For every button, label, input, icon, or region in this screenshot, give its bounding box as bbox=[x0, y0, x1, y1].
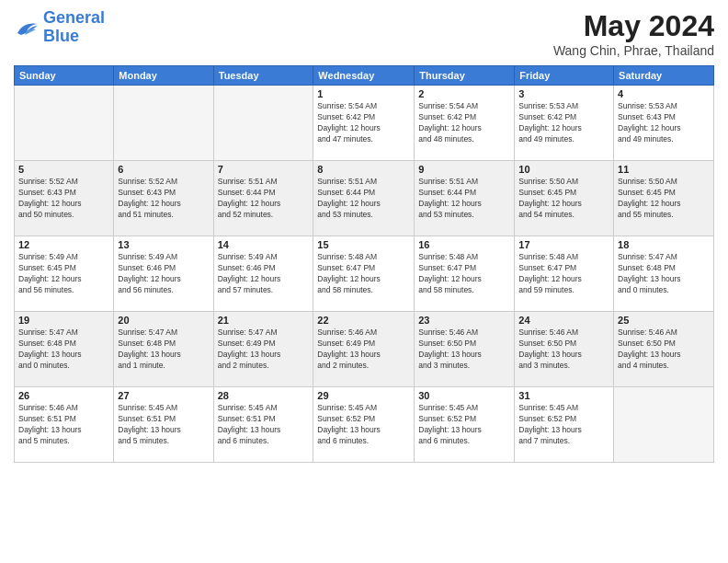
header-saturday: Saturday bbox=[614, 66, 714, 86]
day-number: 24 bbox=[518, 315, 609, 326]
calendar-week-row: 1Sunrise: 5:54 AMSunset: 6:42 PMDaylight… bbox=[15, 86, 714, 161]
calendar-week-row: 19Sunrise: 5:47 AMSunset: 6:48 PMDayligh… bbox=[15, 312, 714, 387]
table-row: 30Sunrise: 5:45 AMSunset: 6:52 PMDayligh… bbox=[415, 387, 515, 463]
logo-text: General Blue bbox=[43, 9, 105, 46]
day-number: 17 bbox=[518, 239, 609, 250]
table-row: 5Sunrise: 5:52 AMSunset: 6:43 PMDaylight… bbox=[15, 161, 114, 236]
header-wednesday: Wednesday bbox=[313, 66, 415, 86]
day-number: 10 bbox=[518, 164, 609, 175]
header-sunday: Sunday bbox=[15, 66, 114, 86]
table-row: 29Sunrise: 5:45 AMSunset: 6:52 PMDayligh… bbox=[313, 387, 415, 463]
table-row: 28Sunrise: 5:45 AMSunset: 6:51 PMDayligh… bbox=[213, 387, 313, 463]
day-info: Sunrise: 5:46 AMSunset: 6:50 PMDaylight:… bbox=[618, 327, 710, 372]
day-number: 1 bbox=[317, 88, 410, 99]
day-info: Sunrise: 5:46 AMSunset: 6:51 PMDaylight:… bbox=[18, 403, 109, 447]
header-friday: Friday bbox=[515, 66, 614, 86]
table-row: 13Sunrise: 5:49 AMSunset: 6:46 PMDayligh… bbox=[114, 236, 213, 312]
day-info: Sunrise: 5:45 AMSunset: 6:52 PMDaylight:… bbox=[317, 403, 410, 447]
day-number: 30 bbox=[418, 390, 510, 401]
calendar-table: Sunday Monday Tuesday Wednesday Thursday… bbox=[14, 65, 714, 463]
table-row: 9Sunrise: 5:51 AMSunset: 6:44 PMDaylight… bbox=[415, 161, 515, 236]
day-number: 31 bbox=[518, 390, 609, 401]
table-row: 17Sunrise: 5:48 AMSunset: 6:47 PMDayligh… bbox=[515, 236, 614, 312]
header-tuesday: Tuesday bbox=[213, 66, 313, 86]
day-number: 18 bbox=[618, 239, 710, 250]
day-number: 22 bbox=[317, 315, 410, 326]
day-number: 19 bbox=[18, 315, 109, 326]
table-row: 23Sunrise: 5:46 AMSunset: 6:50 PMDayligh… bbox=[415, 312, 515, 387]
day-info: Sunrise: 5:45 AMSunset: 6:52 PMDaylight:… bbox=[518, 403, 609, 447]
location: Wang Chin, Phrae, Thailand bbox=[553, 43, 714, 58]
day-number: 26 bbox=[18, 390, 109, 401]
day-number: 15 bbox=[317, 239, 410, 250]
calendar-header-row: Sunday Monday Tuesday Wednesday Thursday… bbox=[15, 66, 714, 86]
day-info: Sunrise: 5:49 AMSunset: 6:46 PMDaylight:… bbox=[218, 252, 310, 296]
day-info: Sunrise: 5:53 AMSunset: 6:43 PMDaylight:… bbox=[618, 101, 710, 145]
day-info: Sunrise: 5:49 AMSunset: 6:45 PMDaylight:… bbox=[18, 252, 109, 296]
header: General Blue May 2024 Wang Chin, Phrae, … bbox=[14, 9, 714, 58]
table-row: 14Sunrise: 5:49 AMSunset: 6:46 PMDayligh… bbox=[213, 236, 313, 312]
logo-icon bbox=[14, 17, 40, 39]
day-number: 27 bbox=[118, 390, 209, 401]
day-number: 7 bbox=[218, 164, 310, 175]
day-info: Sunrise: 5:54 AMSunset: 6:42 PMDaylight:… bbox=[418, 101, 510, 145]
table-row: 21Sunrise: 5:47 AMSunset: 6:49 PMDayligh… bbox=[213, 312, 313, 387]
logo: General Blue bbox=[14, 9, 105, 46]
day-number: 6 bbox=[118, 164, 209, 175]
day-info: Sunrise: 5:49 AMSunset: 6:46 PMDaylight:… bbox=[118, 252, 209, 296]
table-row: 19Sunrise: 5:47 AMSunset: 6:48 PMDayligh… bbox=[15, 312, 114, 387]
day-number: 14 bbox=[218, 239, 310, 250]
day-number: 2 bbox=[418, 88, 510, 99]
table-row: 18Sunrise: 5:47 AMSunset: 6:48 PMDayligh… bbox=[614, 236, 714, 312]
header-thursday: Thursday bbox=[415, 66, 515, 86]
table-row: 10Sunrise: 5:50 AMSunset: 6:45 PMDayligh… bbox=[515, 161, 614, 236]
day-info: Sunrise: 5:53 AMSunset: 6:42 PMDaylight:… bbox=[518, 101, 609, 145]
table-row: 15Sunrise: 5:48 AMSunset: 6:47 PMDayligh… bbox=[313, 236, 415, 312]
day-info: Sunrise: 5:47 AMSunset: 6:48 PMDaylight:… bbox=[618, 252, 710, 296]
day-info: Sunrise: 5:46 AMSunset: 6:50 PMDaylight:… bbox=[418, 327, 510, 372]
table-row: 16Sunrise: 5:48 AMSunset: 6:47 PMDayligh… bbox=[415, 236, 515, 312]
day-info: Sunrise: 5:52 AMSunset: 6:43 PMDaylight:… bbox=[18, 177, 109, 221]
day-number: 3 bbox=[518, 88, 609, 99]
title-block: May 2024 Wang Chin, Phrae, Thailand bbox=[553, 9, 714, 58]
day-number: 29 bbox=[317, 390, 410, 401]
day-number: 21 bbox=[218, 315, 310, 326]
day-number: 20 bbox=[118, 315, 209, 326]
day-number: 16 bbox=[418, 239, 510, 250]
table-row: 4Sunrise: 5:53 AMSunset: 6:43 PMDaylight… bbox=[614, 86, 714, 161]
day-info: Sunrise: 5:47 AMSunset: 6:48 PMDaylight:… bbox=[18, 327, 109, 372]
day-info: Sunrise: 5:45 AMSunset: 6:51 PMDaylight:… bbox=[118, 403, 209, 447]
day-info: Sunrise: 5:54 AMSunset: 6:42 PMDaylight:… bbox=[317, 101, 410, 145]
table-row: 1Sunrise: 5:54 AMSunset: 6:42 PMDaylight… bbox=[313, 86, 415, 161]
day-info: Sunrise: 5:47 AMSunset: 6:49 PMDaylight:… bbox=[218, 327, 310, 372]
day-info: Sunrise: 5:50 AMSunset: 6:45 PMDaylight:… bbox=[518, 177, 609, 221]
table-row: 26Sunrise: 5:46 AMSunset: 6:51 PMDayligh… bbox=[15, 387, 114, 463]
day-number: 28 bbox=[218, 390, 310, 401]
header-monday: Monday bbox=[114, 66, 213, 86]
table-row bbox=[213, 86, 313, 161]
day-number: 23 bbox=[418, 315, 510, 326]
day-info: Sunrise: 5:46 AMSunset: 6:49 PMDaylight:… bbox=[317, 327, 410, 372]
calendar-week-row: 5Sunrise: 5:52 AMSunset: 6:43 PMDaylight… bbox=[15, 161, 714, 236]
day-info: Sunrise: 5:47 AMSunset: 6:48 PMDaylight:… bbox=[118, 327, 209, 372]
table-row bbox=[614, 387, 714, 463]
table-row: 25Sunrise: 5:46 AMSunset: 6:50 PMDayligh… bbox=[614, 312, 714, 387]
day-info: Sunrise: 5:45 AMSunset: 6:51 PMDaylight:… bbox=[218, 403, 310, 447]
page: General Blue May 2024 Wang Chin, Phrae, … bbox=[0, 0, 728, 563]
table-row: 8Sunrise: 5:51 AMSunset: 6:44 PMDaylight… bbox=[313, 161, 415, 236]
month-title: May 2024 bbox=[553, 9, 714, 43]
logo-line1: General bbox=[43, 8, 105, 27]
table-row: 3Sunrise: 5:53 AMSunset: 6:42 PMDaylight… bbox=[515, 86, 614, 161]
table-row: 12Sunrise: 5:49 AMSunset: 6:45 PMDayligh… bbox=[15, 236, 114, 312]
table-row bbox=[15, 86, 114, 161]
day-number: 8 bbox=[317, 164, 410, 175]
table-row: 31Sunrise: 5:45 AMSunset: 6:52 PMDayligh… bbox=[515, 387, 614, 463]
calendar-week-row: 12Sunrise: 5:49 AMSunset: 6:45 PMDayligh… bbox=[15, 236, 714, 312]
day-info: Sunrise: 5:51 AMSunset: 6:44 PMDaylight:… bbox=[317, 177, 410, 221]
day-number: 9 bbox=[418, 164, 510, 175]
logo-line2: Blue bbox=[43, 27, 79, 45]
day-info: Sunrise: 5:50 AMSunset: 6:45 PMDaylight:… bbox=[618, 177, 710, 221]
day-number: 4 bbox=[618, 88, 710, 99]
table-row: 2Sunrise: 5:54 AMSunset: 6:42 PMDaylight… bbox=[415, 86, 515, 161]
day-info: Sunrise: 5:48 AMSunset: 6:47 PMDaylight:… bbox=[518, 252, 609, 296]
